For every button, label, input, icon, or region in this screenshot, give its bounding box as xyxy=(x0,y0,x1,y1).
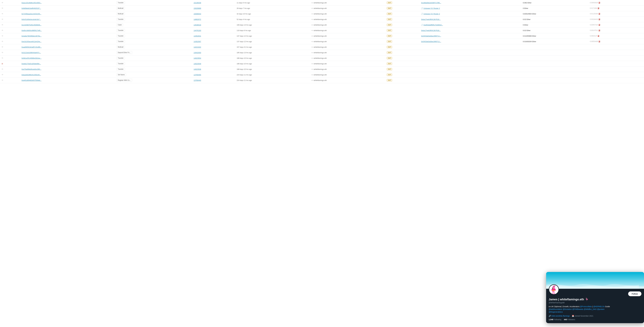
age: 137 days 12 hrs ago xyxy=(235,39,310,44)
contract-icon: 📄 xyxy=(421,24,423,26)
age: 157 days 21 hrs ago xyxy=(235,44,310,50)
from-address: <>whiteflamingo.eth xyxy=(310,66,385,72)
tx-hash[interactable]: 0x4a6e780395bb14676e... xyxy=(22,35,42,37)
to-address[interactable]: 0xba17eeb3f0413b7618... xyxy=(421,18,440,20)
to-address[interactable]: 📄Uniswap V3: Router 2 xyxy=(421,13,440,15)
method-badge: Transfer xyxy=(116,68,125,70)
direction-badge: OUT xyxy=(387,18,392,20)
from-address: <>whiteflamingo.eth xyxy=(310,28,385,33)
diamond-icon: <> xyxy=(311,74,313,76)
gas-icon: ⛽ xyxy=(598,35,600,37)
amount xyxy=(521,66,588,72)
diamond-icon: <> xyxy=(311,7,313,9)
block-number[interactable]: 15136039 xyxy=(194,2,201,4)
age: 185 days 13 hrs ago xyxy=(235,50,310,56)
block-number[interactable]: 14476193 xyxy=(194,30,201,32)
tx-hash[interactable]: 0xacc23148dfcc0514063... xyxy=(22,2,42,4)
table-row: 👁0x3121bd168644def47c...Deposit Ether Fo… xyxy=(0,50,644,56)
diamond-icon: <> xyxy=(311,30,313,32)
diamond-icon: <> xyxy=(311,57,313,59)
gas-icon: ⛽ xyxy=(598,30,600,31)
eye-icon: 👁 xyxy=(2,40,3,42)
direction-badge: OUT xyxy=(387,57,392,59)
tx-hash[interactable]: 0xba2b628fb341350e40... xyxy=(22,74,41,76)
from-address: <>whiteflamingo.eth xyxy=(310,50,385,56)
to-address[interactable]: 📄Uniswap V3: Router 2 xyxy=(421,7,440,9)
to-address[interactable]: 0x5453dd3a5be1f6f0711... xyxy=(421,35,441,37)
table-row: 👁0xd79a99fa09ceb0e1f80...Transfer1402353… xyxy=(0,66,644,72)
to-address[interactable]: 0xba17eeb3f0413b7618... xyxy=(421,30,440,32)
block-number[interactable]: 14538016 xyxy=(194,24,201,26)
eye-icon: 👁 xyxy=(2,74,3,76)
to-address[interactable]: 0x188a0bb2e036f7170f6... xyxy=(421,2,441,4)
to-address[interactable]: 📄0xd50dddff6f5c7b38910... xyxy=(421,24,443,26)
fee xyxy=(588,44,644,50)
tx-hash[interactable]: 0x0b1e3514066b42b2ee... xyxy=(22,57,42,59)
block-number[interactable]: 14221022 xyxy=(194,46,201,48)
table-row: 👁0xacc23148dfcc0514063...Transfer1513603… xyxy=(0,0,644,6)
fee xyxy=(588,66,644,72)
tx-hash[interactable]: 0xd4f1d09482bf37559dd... xyxy=(22,79,42,81)
block-number[interactable]: 14042000 xyxy=(194,52,201,54)
age: 108 days 14 hrs ago xyxy=(235,22,310,28)
eye-icon: 👁 xyxy=(2,7,3,9)
tx-hash[interactable]: 0x7235baa2ecc4232155... xyxy=(22,13,41,15)
direction-badge: OUT xyxy=(387,62,392,65)
block-number[interactable]: 14892972 xyxy=(194,18,201,20)
fee: 0.0171884 ⛽ xyxy=(588,6,644,11)
table-row: 👁0xba2b628fb341350e40...Set Name13790455… xyxy=(0,72,644,78)
block-number[interactable]: 14023536 xyxy=(194,68,201,70)
fee xyxy=(588,78,644,83)
eye-icon: 👁 xyxy=(2,52,3,54)
tx-hash[interactable]: 0x3121bd168644def47c... xyxy=(22,52,41,54)
table-row: 👁0x1420807b45c4506606...Claim14538016108… xyxy=(0,22,644,28)
direction-badge: OUT xyxy=(387,52,392,54)
block-number[interactable]: 13790445 xyxy=(194,79,201,81)
from-address: <>whiteflamingo.eth xyxy=(310,44,385,50)
tx-hash[interactable]: 0xadf4f0919cfaf57c5cf85... xyxy=(22,46,42,48)
eye-icon: 👁 xyxy=(2,46,3,48)
direction-badge: OUT xyxy=(387,40,392,43)
amount xyxy=(521,61,588,66)
tx-hash[interactable]: 0xe1b193aced412e424e... xyxy=(22,40,41,42)
table-row: ⊘0xebb170a5cd2fdde89e...Transfer14023549… xyxy=(0,61,644,66)
block-number[interactable]: 13790455 xyxy=(194,74,201,76)
tx-hash[interactable]: 0xd79a99fa09ceb0e1f80... xyxy=(22,68,41,70)
method-badge: Multicall xyxy=(116,7,125,10)
method-badge: Transfer xyxy=(116,1,125,4)
fee xyxy=(588,61,644,66)
block-number[interactable]: 15008043 xyxy=(194,13,201,15)
tx-hash[interactable]: 0x0c51d5dcbccdcdc3a7... xyxy=(22,18,41,20)
from-address: <>whiteflamingo.eth xyxy=(310,39,385,44)
from-address: <>whiteflamingo.eth xyxy=(310,0,385,6)
block-number[interactable]: 14023549 xyxy=(194,63,201,65)
from-address: <>whiteflamingo.eth xyxy=(310,78,385,83)
method-badge: Multicall xyxy=(116,46,125,48)
amount: 0.02 Ether xyxy=(521,28,588,33)
table-row: 👁0x7235baa2ecc4232155...Multicall1500804… xyxy=(0,11,644,16)
method-badge: Transfer xyxy=(116,34,125,37)
table-row: 👁0xd4f1d09482bf37559dd...Register With C… xyxy=(0,78,644,83)
gas-icon: ⛽ xyxy=(598,13,600,15)
method-badge: Set Name xyxy=(116,73,126,76)
block-number[interactable]: 14023554 xyxy=(194,57,201,59)
tx-hash[interactable]: 0x1420807b45c4506606... xyxy=(22,24,41,26)
block-number[interactable]: 14352597 xyxy=(194,40,201,42)
diamond-icon: <> xyxy=(311,35,313,37)
tx-hash[interactable]: 0x6bf9eb61bdf0492f197... xyxy=(22,7,41,9)
tx-hash[interactable]: 0xebb170a5cd2fdde89e... xyxy=(22,63,41,65)
age: 28 days 7 hrs ago xyxy=(235,6,310,11)
block-number[interactable]: 15029999 xyxy=(194,7,201,9)
diamond-icon: <> xyxy=(311,68,313,70)
diamond-icon: <> xyxy=(311,2,313,4)
fee: 0.00457323 ⛽ xyxy=(588,22,644,28)
block-number[interactable]: 14352631 xyxy=(194,35,201,37)
tx-hash[interactable]: 0xd0cc9d93cd985617ef9... xyxy=(22,30,42,32)
age: 224 days 11 hrs ago xyxy=(235,78,310,83)
age: 188 days 10 hrs ago xyxy=(235,66,310,72)
to-address[interactable]: 0x5453dd3a5be1f6f0711... xyxy=(421,40,441,42)
fee: 0.00147511 ⛽ xyxy=(588,28,644,33)
diamond-icon: <> xyxy=(311,24,313,26)
diamond-icon: <> xyxy=(311,18,313,20)
gas-icon: ⛽ xyxy=(598,2,600,4)
